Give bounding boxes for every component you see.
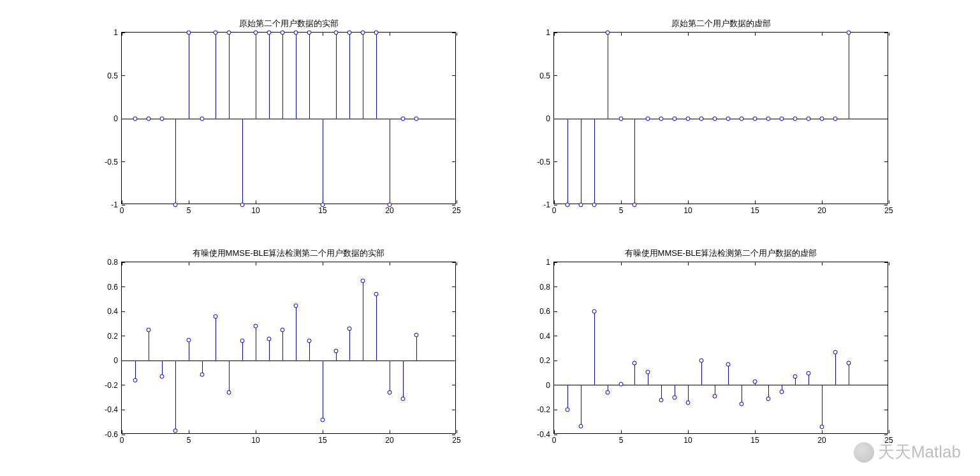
- x-tick-label: 10: [684, 433, 692, 445]
- stem-line: [229, 361, 230, 392]
- stem-line: [349, 33, 350, 119]
- stem-marker: [147, 328, 151, 332]
- stem-line: [349, 329, 350, 361]
- y-tick-label: 0: [113, 114, 122, 123]
- stem-line: [216, 33, 216, 119]
- stem-marker: [173, 203, 178, 207]
- stem-line: [634, 363, 635, 385]
- stem-marker: [321, 203, 325, 207]
- stem-line: [634, 119, 635, 205]
- y-tick-label: 0.4: [539, 332, 554, 341]
- stem-line: [175, 119, 176, 205]
- y-tick-label: -0.2: [537, 405, 554, 414]
- stem-marker: [374, 292, 379, 297]
- stem-line: [269, 339, 270, 361]
- stem-marker: [579, 424, 583, 428]
- stem-line: [149, 330, 149, 361]
- stem-marker: [254, 324, 258, 329]
- x-tick-label: 20: [817, 204, 826, 215]
- stem-marker: [753, 380, 757, 384]
- stem-marker: [281, 328, 285, 332]
- stem-marker: [267, 31, 272, 35]
- stem-marker: [227, 31, 231, 35]
- stem-marker: [388, 390, 392, 395]
- stem-marker: [847, 31, 851, 35]
- stem-marker: [686, 117, 691, 121]
- stem-line: [175, 361, 176, 431]
- y-tick-label: 0.8: [107, 258, 122, 267]
- stem-line: [256, 326, 256, 361]
- stem-marker: [780, 117, 784, 121]
- stem-line: [594, 311, 595, 385]
- x-tick-label: 0: [120, 433, 124, 445]
- stem-marker: [133, 117, 138, 121]
- stem-line: [323, 119, 323, 205]
- stem-line: [849, 363, 849, 385]
- stem-marker: [187, 338, 191, 342]
- stem-line: [390, 361, 390, 392]
- x-tick-label: 5: [619, 204, 624, 215]
- stem-marker: [160, 375, 165, 379]
- x-tick-label: 25: [884, 204, 893, 215]
- stem-line: [189, 33, 189, 119]
- x-tick-label: 0: [120, 204, 124, 215]
- y-tick-label: 0.2: [107, 332, 122, 341]
- stem-marker: [240, 339, 245, 343]
- stem-marker: [592, 203, 597, 207]
- x-tick-label: 0: [552, 433, 557, 445]
- y-tick-label: 0.6: [107, 283, 122, 292]
- stem-line: [282, 33, 283, 119]
- stem-marker: [294, 31, 298, 35]
- stem-line: [390, 119, 390, 205]
- x-tick-label: 15: [318, 433, 326, 445]
- x-tick-label: 0: [552, 204, 557, 215]
- stem-marker: [606, 31, 610, 35]
- stem-marker: [592, 309, 597, 314]
- stem-line: [376, 294, 377, 361]
- y-tick-label: -0.5: [537, 158, 554, 167]
- stem-marker: [793, 117, 798, 121]
- stem-marker: [401, 397, 406, 401]
- stem-marker: [147, 117, 151, 121]
- stem-marker: [807, 117, 811, 121]
- stem-marker: [699, 117, 704, 121]
- y-tick-label: -0.4: [105, 405, 122, 414]
- stem-line: [363, 281, 363, 361]
- x-tick-label: 25: [452, 433, 460, 445]
- stem-marker: [793, 375, 798, 379]
- y-tick-label: -0.5: [105, 158, 122, 167]
- baseline: [122, 119, 455, 119]
- stem-marker: [833, 350, 838, 354]
- baseline: [554, 119, 888, 119]
- stem-line: [256, 33, 256, 119]
- y-tick-label: 0.2: [539, 356, 554, 365]
- stem-line: [567, 385, 568, 410]
- stem-line: [567, 119, 568, 205]
- stem-marker: [646, 117, 650, 121]
- stem-marker: [281, 31, 285, 35]
- x-tick-label: 25: [452, 204, 460, 215]
- chart-title: 原始第二个用户数据的实部: [121, 18, 456, 29]
- stem-marker: [200, 117, 205, 121]
- stem-marker: [414, 117, 419, 121]
- stem-line: [296, 306, 296, 361]
- stem-marker: [847, 361, 851, 366]
- stem-marker: [227, 390, 231, 395]
- stem-plot-bl: 有噪使用MMSE-BLE算法检测第二个用户数据的实部-0.6-0.4-0.200…: [121, 262, 456, 434]
- stem-marker: [766, 397, 771, 401]
- stem-marker: [334, 31, 339, 35]
- stem-line: [296, 33, 296, 119]
- stem-marker: [833, 117, 838, 121]
- stem-marker: [673, 396, 677, 400]
- stem-plot-tr: 原始第二个用户数据的虚部-1-0.500.510510152025: [553, 32, 888, 204]
- stem-marker: [726, 362, 731, 367]
- stem-marker: [307, 339, 312, 343]
- stem-line: [822, 385, 823, 428]
- y-tick-label: 1: [546, 28, 554, 37]
- stem-marker: [401, 117, 406, 121]
- chart-title: 有噪使用MMSE-BLE算法检测第二个用户数据的实部: [121, 248, 456, 259]
- chart-title: 有噪使用MMSE-BLE算法检测第二个用户数据的虚部: [553, 248, 888, 259]
- stem-marker: [133, 378, 138, 383]
- x-tick-label: 15: [750, 433, 759, 445]
- stem-line: [416, 335, 417, 361]
